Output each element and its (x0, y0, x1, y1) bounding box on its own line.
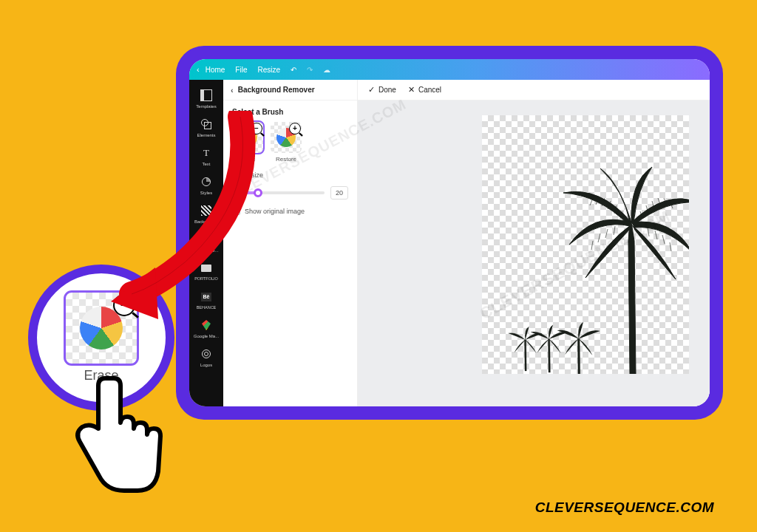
panel-title: Background Remover (238, 86, 315, 94)
rail-label: PORTFOLIO (194, 277, 218, 282)
rail-behance[interactable]: Bē BEHANCE (189, 286, 223, 313)
slider-knob[interactable] (254, 188, 262, 197)
side-panel: ‹ Background Remover Select a Brush − Er… (223, 80, 358, 406)
file-menu[interactable]: File (235, 66, 247, 74)
portfolio-icon (200, 262, 213, 275)
canvas-stage[interactable]: CLEVERSEQUENCE.COM (358, 100, 710, 406)
brush-size-value[interactable]: 20 (330, 186, 348, 200)
artboard-transparent[interactable] (482, 115, 689, 374)
tablet-frame: ‹ Home File Resize ↶ ↷ ☁ Templates Eleme… (176, 46, 723, 420)
cancel-label: Cancel (418, 86, 441, 94)
folder-icon (200, 233, 213, 246)
brush-size-row: Brush size (232, 171, 348, 179)
rail-label: Elements (197, 133, 215, 137)
canvas-area: ✓ Done ✕ Cancel (358, 80, 710, 406)
text-icon: T (200, 146, 213, 160)
credit-text: CLEVERSEQUENCE.COM (535, 499, 714, 516)
check-icon: ✓ (368, 85, 375, 95)
erase-brush-label: Erase (240, 156, 256, 163)
plus-magnifier-icon: + (289, 123, 301, 134)
redo-icon[interactable]: ↷ (307, 66, 313, 74)
panel-content: Select a Brush − Erase + (223, 100, 357, 222)
erase-brush[interactable]: − Erase (232, 122, 263, 163)
app-body: Templates Elements T Text Styles Backgro… (189, 80, 710, 406)
minus-magnifier-icon: − (251, 123, 262, 134)
rail-label: Background (194, 219, 218, 224)
left-rail: Templates Elements T Text Styles Backgro… (189, 80, 223, 406)
undo-icon[interactable]: ↶ (291, 66, 296, 74)
rail-label: BEHANCE (197, 306, 217, 310)
show-original-label: Show original image (245, 208, 305, 215)
restore-brush[interactable]: + Restore (271, 122, 302, 163)
rail-logos[interactable]: Logos (189, 343, 223, 370)
erase-brush-enlarged: − (66, 293, 137, 364)
rail-templates[interactable]: Templates (189, 84, 223, 112)
rail-elements[interactable]: Elements (189, 113, 223, 140)
logos-icon (200, 347, 213, 361)
app-screen: ‹ Home File Resize ↶ ↷ ☁ Templates Eleme… (189, 59, 710, 406)
panel-header: ‹ Background Remover (223, 80, 357, 100)
callout-label: Erase (84, 368, 118, 383)
rail-google-maps[interactable]: Google Ma... (189, 314, 223, 341)
canvas-toolbar: ✓ Done ✕ Cancel (358, 80, 710, 100)
palm-tree-image (482, 115, 689, 377)
google-maps-icon (200, 318, 213, 332)
home-menu[interactable]: Home (206, 66, 225, 74)
erase-brush-thumb: − (232, 122, 263, 153)
checkbox-icon[interactable] (232, 207, 240, 215)
rail-label: Text (202, 162, 210, 166)
rail-label: Google Ma... (194, 334, 219, 338)
select-brush-title: Select a Brush (232, 108, 348, 116)
close-icon: ✕ (408, 85, 415, 95)
erase-callout: − Erase (28, 265, 174, 411)
rail-label: All your de... (194, 248, 218, 253)
panel-back-icon[interactable]: ‹ (231, 86, 234, 95)
rail-label: Templates (196, 104, 216, 109)
brush-size-controls: 20 (232, 186, 348, 200)
rail-styles[interactable]: Styles (189, 171, 223, 198)
done-button[interactable]: ✓ Done (368, 85, 396, 95)
cloud-sync-icon[interactable]: ☁ (323, 66, 330, 74)
rail-portfolio[interactable]: PORTFOLIO (189, 257, 223, 284)
elements-icon (200, 117, 213, 131)
top-menu-bar: ‹ Home File Resize ↶ ↷ ☁ (189, 59, 710, 80)
rail-background[interactable]: Background (189, 200, 223, 227)
templates-icon (200, 89, 213, 102)
rail-label: Logos (200, 363, 212, 367)
brush-row: − Erase + Restore (232, 122, 348, 163)
brush-size-slider[interactable] (232, 191, 325, 194)
styles-icon (200, 175, 213, 188)
brush-size-label: Brush size (232, 171, 263, 179)
cancel-button[interactable]: ✕ Cancel (408, 85, 441, 95)
show-original-row[interactable]: Show original image (232, 207, 348, 215)
done-label: Done (378, 86, 396, 94)
back-icon[interactable]: ‹ (197, 65, 200, 74)
restore-brush-thumb: + (271, 122, 302, 153)
minus-magnifier-icon: − (113, 294, 135, 316)
rail-text[interactable]: T Text (189, 142, 223, 169)
background-icon (200, 204, 213, 217)
rail-all-your-designs[interactable]: All your de... (189, 228, 223, 256)
resize-menu[interactable]: Resize (257, 66, 280, 74)
restore-brush-label: Restore (276, 156, 296, 163)
rail-label: Styles (200, 191, 212, 195)
behance-icon: Bē (200, 290, 213, 304)
